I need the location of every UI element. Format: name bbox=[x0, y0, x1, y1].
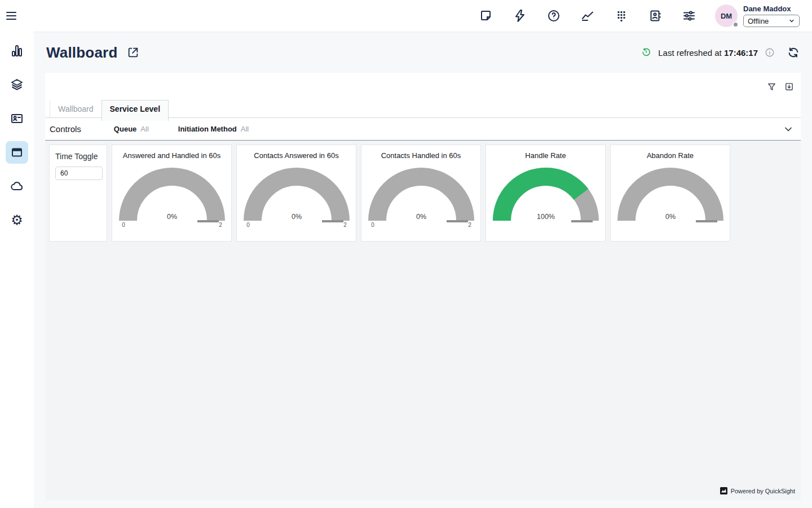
contact-book-icon[interactable] bbox=[648, 9, 662, 23]
layers-icon bbox=[10, 78, 24, 91]
tab-wallboard[interactable]: Wallboard bbox=[50, 100, 102, 117]
controls-label: Controls bbox=[50, 124, 81, 134]
dialpad-icon[interactable] bbox=[615, 9, 628, 23]
dashboard-canvas: Time Toggle Answered and Handled in 60s … bbox=[45, 141, 801, 500]
cloud-icon bbox=[10, 179, 24, 193]
gauge-card: Abandon Rate 0% bbox=[610, 144, 730, 242]
filter-queue[interactable]: Queue All bbox=[114, 125, 149, 133]
svg-text:2: 2 bbox=[468, 222, 471, 228]
user-name: Dane Maddox bbox=[743, 5, 800, 13]
gauge-card: Handle Rate 100% bbox=[486, 144, 606, 242]
tab-bar: Wallboard Service Level bbox=[45, 100, 801, 118]
menu-icon[interactable] bbox=[0, 5, 23, 27]
note-icon[interactable] bbox=[479, 9, 493, 23]
info-icon[interactable] bbox=[765, 47, 775, 58]
lightning-icon[interactable] bbox=[513, 9, 527, 23]
gauge-card: Answered and Handled in 60s 0% 0 2 bbox=[112, 144, 232, 242]
svg-text:0%: 0% bbox=[665, 213, 675, 221]
controls-bar: Controls Queue All Initiation Method All bbox=[45, 118, 801, 141]
sliders-icon[interactable] bbox=[682, 9, 696, 23]
svg-text:0%: 0% bbox=[166, 213, 176, 221]
timer-icon bbox=[641, 47, 651, 58]
svg-text:0: 0 bbox=[246, 222, 250, 228]
gear-icon: ⚙ bbox=[11, 213, 23, 227]
svg-text:2: 2 bbox=[343, 222, 347, 228]
svg-text:100%: 100% bbox=[537, 213, 555, 221]
gauge-title: Abandon Rate bbox=[647, 151, 694, 160]
sidebar-item-contacts[interactable] bbox=[6, 107, 28, 130]
filter-initiation-method[interactable]: Initiation Method All bbox=[178, 125, 249, 133]
panel-toolbar bbox=[45, 73, 801, 100]
time-toggle-card: Time Toggle bbox=[49, 144, 107, 242]
gauge-title: Handle Rate bbox=[525, 151, 566, 160]
last-refreshed-text: Last refreshed at 17:46:17 bbox=[658, 48, 758, 58]
svg-text:0%: 0% bbox=[416, 213, 426, 221]
page-header: Wallboard Last refreshed at bbox=[34, 32, 812, 73]
sidebar-item-metrics[interactable] bbox=[6, 40, 28, 62]
svg-text:0: 0 bbox=[122, 222, 125, 228]
svg-text:0: 0 bbox=[371, 222, 374, 228]
status-select[interactable]: Offline bbox=[743, 15, 800, 27]
status-select-value: Offline bbox=[748, 17, 769, 25]
svg-text:0%: 0% bbox=[291, 213, 301, 221]
sidebar-item-layers[interactable] bbox=[6, 73, 28, 96]
status-dot bbox=[732, 21, 739, 28]
user-block: DM Dane Maddox Offline bbox=[715, 5, 800, 27]
gauge-chart: 0% 0 2 bbox=[240, 164, 353, 230]
wallboard-panel: Wallboard Service Level Controls Queue A… bbox=[45, 73, 801, 500]
time-toggle-label: Time Toggle bbox=[55, 152, 101, 161]
gauge-title: Contacts Handled in 60s bbox=[381, 151, 461, 160]
powered-by-quicksight[interactable]: Powered by QuickSight bbox=[720, 487, 795, 494]
sidebar-item-cloud[interactable] bbox=[6, 175, 28, 198]
quicksight-logo-icon bbox=[720, 487, 727, 494]
time-toggle-input[interactable] bbox=[55, 167, 103, 180]
help-icon[interactable] bbox=[547, 9, 561, 23]
gauge-chart: 0% bbox=[614, 164, 727, 230]
id-card-icon bbox=[10, 112, 24, 125]
gauge-chart: 0% 0 2 bbox=[116, 164, 228, 230]
sidebar: ⚙ bbox=[0, 32, 34, 508]
sidebar-item-wallboard[interactable] bbox=[6, 141, 28, 164]
export-icon[interactable] bbox=[784, 82, 794, 91]
gauge-chart: 100% bbox=[489, 164, 602, 230]
top-bar: DM Dane Maddox Offline bbox=[0, 0, 812, 32]
chevron-down-icon bbox=[788, 17, 795, 24]
collapse-controls-chevron-icon[interactable] bbox=[783, 124, 794, 135]
page-title: Wallboard bbox=[46, 44, 118, 62]
external-link-icon[interactable] bbox=[127, 46, 139, 59]
gauge-card: Contacts Handled in 60s 0% 0 2 bbox=[361, 144, 481, 242]
gauge-card: Contacts Answered in 60s 0% 0 2 bbox=[236, 144, 356, 242]
gauge-title: Contacts Answered in 60s bbox=[254, 151, 338, 160]
topbar-icons bbox=[479, 9, 696, 23]
line-chart-icon[interactable] bbox=[581, 9, 594, 23]
last-refreshed-time: 17:46:17 bbox=[724, 48, 758, 58]
sidebar-item-settings[interactable]: ⚙ bbox=[6, 209, 28, 231]
gauge-title: Answered and Handled in 60s bbox=[123, 151, 220, 160]
main-area: Wallboard Last refreshed at bbox=[34, 32, 812, 508]
svg-text:2: 2 bbox=[219, 222, 222, 228]
avatar[interactable]: DM bbox=[715, 5, 738, 27]
bar-chart-icon bbox=[10, 44, 24, 58]
refresh-icon[interactable] bbox=[787, 46, 800, 59]
window-icon bbox=[10, 146, 24, 159]
gauge-chart: 0% 0 2 bbox=[365, 164, 478, 230]
filter-icon[interactable] bbox=[767, 82, 776, 91]
